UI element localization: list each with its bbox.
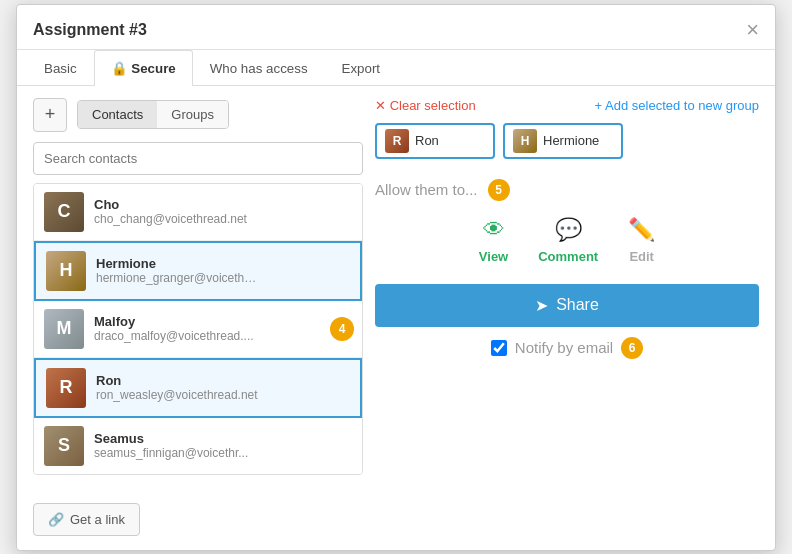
tab-basic[interactable]: Basic: [27, 50, 94, 86]
permission-edit[interactable]: ✏️ Edit: [628, 217, 655, 264]
close-button[interactable]: ×: [746, 19, 759, 41]
selected-chip: H Hermione: [503, 123, 623, 159]
add-to-group-button[interactable]: Add selected to new group: [595, 98, 759, 113]
notify-checkbox[interactable]: [491, 340, 507, 356]
avatar: H: [46, 251, 86, 291]
tab-export[interactable]: Export: [325, 50, 398, 86]
selection-toolbar: Clear selection Add selected to new grou…: [375, 98, 759, 113]
modal-title: Assignment #3: [33, 21, 147, 39]
modal-body: + Contacts Groups C Cho cho_chang@voicet…: [17, 86, 775, 487]
right-panel: Clear selection Add selected to new grou…: [375, 98, 759, 475]
clear-selection-button[interactable]: Clear selection: [375, 98, 476, 113]
list-item[interactable]: R Ron ron_weasley@voicethread.net: [34, 358, 362, 418]
step-badge-6: 6: [621, 337, 643, 359]
chip-avatar: R: [385, 129, 409, 153]
step-badge-5: 5: [488, 179, 510, 201]
chip-avatar: H: [513, 129, 537, 153]
contact-info: Ron ron_weasley@voicethread.net: [96, 373, 350, 402]
list-item[interactable]: H Hermione hermione_granger@voiceth…: [34, 241, 362, 301]
notify-row: Notify by email 6: [375, 337, 759, 359]
selected-list: R Ron H Hermione: [375, 123, 759, 159]
tab-who-has-access[interactable]: Who has access: [193, 50, 325, 86]
comment-icon: 💬: [555, 217, 582, 243]
modal-header: Assignment #3 ×: [17, 5, 775, 50]
badge: 4: [330, 317, 354, 341]
allow-label: Allow them to... 5: [375, 179, 759, 201]
permission-comment[interactable]: 💬 Comment: [538, 217, 598, 264]
contact-info: Malfoy draco_malfoy@voicethread....: [94, 314, 352, 343]
edit-icon: ✏️: [628, 217, 655, 243]
contact-info: Cho cho_chang@voicethread.net: [94, 197, 352, 226]
contact-info: Seamus seamus_finnigan@voicethr...: [94, 431, 352, 460]
share-button[interactable]: ➤ Share: [375, 284, 759, 327]
left-toolbar: + Contacts Groups: [33, 98, 363, 132]
get-link-button[interactable]: 🔗 Get a link: [33, 503, 140, 536]
lock-icon: 🔒: [111, 61, 128, 76]
list-item[interactable]: C Cho cho_chang@voicethread.net: [34, 184, 362, 241]
avatar: M: [44, 309, 84, 349]
bottom-bar: 🔗 Get a link: [17, 487, 775, 550]
permission-options: 👁 View 💬 Comment ✏️ Edit: [375, 217, 759, 264]
left-panel: + Contacts Groups C Cho cho_chang@voicet…: [33, 98, 363, 475]
allow-section: Allow them to... 5 👁 View 💬 Comment: [375, 179, 759, 359]
contact-list: C Cho cho_chang@voicethread.net H Hermio…: [33, 183, 363, 475]
tab-bar: Basic 🔒 Secure Who has access Export: [17, 50, 775, 86]
link-icon: 🔗: [48, 512, 64, 527]
toggle-contacts[interactable]: Contacts: [78, 101, 157, 128]
toggle-group: Contacts Groups: [77, 100, 229, 129]
tab-secure[interactable]: 🔒 Secure: [94, 50, 193, 86]
share-arrow-icon: ➤: [535, 296, 548, 315]
add-button[interactable]: +: [33, 98, 67, 132]
toggle-groups[interactable]: Groups: [157, 101, 228, 128]
list-item[interactable]: M Malfoy draco_malfoy@voicethread.... 4: [34, 301, 362, 358]
search-input[interactable]: [33, 142, 363, 175]
list-item[interactable]: S Seamus seamus_finnigan@voicethr...: [34, 418, 362, 474]
selected-chip: R Ron: [375, 123, 495, 159]
avatar: S: [44, 426, 84, 466]
permission-view[interactable]: 👁 View: [479, 217, 508, 264]
contact-info: Hermione hermione_granger@voiceth…: [96, 256, 350, 285]
avatar: R: [46, 368, 86, 408]
avatar: C: [44, 192, 84, 232]
assignment-modal: Assignment #3 × Basic 🔒 Secure Who has a…: [16, 4, 776, 551]
view-icon: 👁: [483, 217, 505, 243]
